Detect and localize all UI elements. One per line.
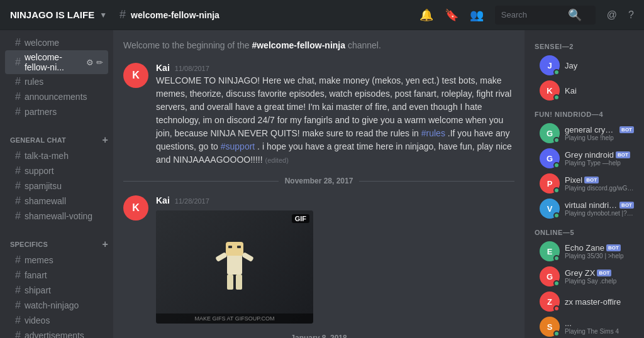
- member-item-grey-nindroid[interactable]: G Grey nindroidBOT Playing Type —help: [530, 146, 639, 171]
- edited-label: (edited): [265, 156, 289, 164]
- sidebar-item-label: welcome: [25, 38, 59, 48]
- search-bar[interactable]: 🔍: [495, 6, 596, 25]
- mention-support[interactable]: #support: [221, 141, 255, 151]
- at-icon[interactable]: @: [607, 9, 617, 21]
- svg-rect-7: [237, 246, 241, 248]
- message-content: Kai 11/08/2017 WELCOME TO NINJAGO! Here …: [156, 63, 514, 166]
- avatar: J: [540, 55, 560, 75]
- server-name[interactable]: NINJAGO IS LAIFE: [10, 9, 94, 20]
- sidebar-item-label: support: [25, 166, 54, 176]
- topbar: NINJAGO IS LAIFE ▼ # welcome-fellow-ninj…: [0, 0, 644, 30]
- sidebar-item-support[interactable]: # support: [5, 163, 108, 178]
- section-label: GENERAL CHAT: [10, 136, 66, 144]
- sidebar-item-memes[interactable]: # memes: [5, 253, 108, 268]
- hash-icon: #: [15, 270, 21, 281]
- sidebar-item-label: videos: [25, 315, 50, 325]
- member-status: Playing Type —help: [565, 160, 634, 166]
- gif-image: MAKE GIFS AT GIFSOUP.COM: [156, 210, 313, 324]
- add-channel-icon[interactable]: +: [102, 239, 108, 250]
- chat-area: Welcome to the beginning of the #welcome…: [113, 30, 525, 338]
- hash-icon: #: [15, 300, 21, 311]
- sidebar-item-spamjitsu[interactable]: # spamjitsu: [5, 178, 108, 194]
- sidebar-item-shamewall[interactable]: # shamewall: [5, 194, 108, 209]
- right-sidebar: SENSEI—2 J Jay K Kai FUN! NINDRIOD—4 G g: [525, 30, 644, 338]
- message-timestamp: 11/28/2017: [175, 197, 209, 205]
- member-item-grey-zx[interactable]: G Grey ZXBOT Playing Say .chelp: [530, 264, 639, 289]
- specifics-section: SPECIFICS + # memes # fanart # shipart #…: [0, 231, 113, 338]
- member-item-jay[interactable]: J Jay: [530, 53, 639, 78]
- bell-icon[interactable]: 🔔: [419, 8, 433, 22]
- hash-icon: #: [15, 91, 21, 102]
- add-channel-icon[interactable]: +: [102, 134, 108, 146]
- dropdown-arrow-icon[interactable]: ▼: [99, 11, 107, 19]
- member-item-virtual-nindriod[interactable]: V virtual nindriodBOT Playing dynobot.ne…: [530, 196, 639, 221]
- hash-icon: #: [15, 106, 21, 117]
- member-item-sims-user[interactable]: S ... Playing The Sims 4: [530, 314, 639, 338]
- sidebar-item-shamewall-voting[interactable]: # shamewall-voting: [5, 209, 108, 224]
- status-dot-online: [553, 212, 560, 219]
- member-item-red-user[interactable]: Z zx master-offire: [530, 289, 639, 314]
- help-icon[interactable]: ?: [628, 9, 634, 21]
- sidebar-item-label: memes: [25, 255, 53, 265]
- hash-icon: #: [15, 330, 21, 338]
- sidebar-item-label: advertisements: [25, 330, 84, 338]
- message-group: K Kai 11/08/2017 WELCOME TO NINJAGO! Her…: [123, 63, 514, 166]
- avatar: P: [540, 173, 560, 194]
- bot-badge: BOT: [619, 126, 634, 133]
- member-item-echo-zane[interactable]: E Echo ZaneBOT Playing 35/30 | >help: [530, 239, 639, 264]
- member-info: Echo ZaneBOT Playing 35/30 | >help: [565, 243, 634, 259]
- channel-icons: ⚙ ✏: [86, 58, 103, 67]
- sidebar-item-watch-ninjago[interactable]: # watch-ninjago: [5, 298, 108, 313]
- topbar-icons: 🔔 🔖 👥 🔍 @ ?: [419, 6, 634, 25]
- sidebar-item-label: talk-ta-meh: [25, 151, 69, 161]
- member-item-kai[interactable]: K Kai: [530, 78, 639, 103]
- mention-rules[interactable]: #rules: [421, 128, 445, 138]
- member-section-header-sensei: SENSEI—2: [525, 35, 644, 53]
- sidebar-item-videos[interactable]: # videos: [5, 313, 108, 328]
- member-item-pixel[interactable]: P PixelBOT Playing discord.gg/wGregW...: [530, 171, 639, 196]
- specifics-header[interactable]: SPECIFICS +: [0, 236, 113, 253]
- member-info: ... Playing The Sims 4: [565, 319, 634, 335]
- hash-icon: #: [15, 315, 21, 326]
- sidebar-item-welcome[interactable]: # welcome: [5, 35, 108, 50]
- bot-badge: BOT: [616, 151, 630, 158]
- hash-icon: #: [15, 210, 21, 222]
- main-layout: # welcome # welcome-fellow-ni... ⚙ ✏ # r…: [0, 30, 644, 338]
- date-divider: November 28, 2017: [123, 177, 514, 185]
- avatar: S: [540, 317, 560, 337]
- hash-icon: #: [15, 254, 21, 266]
- sidebar-item-shipart[interactable]: # shipart: [5, 283, 108, 298]
- member-status: Playing Say .chelp: [565, 278, 634, 285]
- sidebar-item-partners[interactable]: # partners: [5, 104, 108, 119]
- members-icon[interactable]: 👥: [470, 8, 484, 22]
- sidebar-item-advertisements[interactable]: # advertisements: [5, 328, 108, 338]
- member-item-cryptor[interactable]: G general cryptorBOT Playing Use !help: [530, 121, 639, 146]
- general-chat-section: GENERAL CHAT + # talk-ta-meh # support #…: [0, 127, 113, 226]
- sidebar-item-talk[interactable]: # talk-ta-meh: [5, 148, 108, 163]
- sidebar-item-label: shamewall: [25, 196, 66, 206]
- bookmark-icon[interactable]: 🔖: [445, 8, 458, 22]
- chat-messages: Welcome to the beginning of the #welcome…: [113, 30, 525, 338]
- sidebar-item-fanart[interactable]: # fanart: [5, 268, 108, 283]
- member-name: zx master-offire: [565, 297, 621, 307]
- message-author: Kai: [156, 195, 170, 205]
- hash-icon: #: [15, 37, 21, 48]
- search-input[interactable]: [501, 10, 564, 19]
- member-section-header-fun: FUN! NINDRIOD—4: [525, 103, 644, 121]
- sidebar-item-label: welcome-fellow-ni...: [25, 52, 82, 72]
- hash-icon: #: [15, 165, 21, 177]
- edit-icon[interactable]: ✏: [96, 58, 103, 67]
- member-name: Kai: [565, 86, 577, 95]
- gif-footer: MAKE GIFS AT GIFSOUP.COM: [156, 313, 313, 324]
- avatar: G: [540, 266, 560, 286]
- member-name: Echo Zane: [565, 243, 604, 253]
- welcome-text-1: Welcome to the beginning of the: [123, 40, 252, 50]
- general-chat-header[interactable]: GENERAL CHAT +: [0, 132, 113, 148]
- sidebar-item-welcome-fellow[interactable]: # welcome-fellow-ni... ⚙ ✏: [5, 50, 108, 74]
- sidebar-item-rules[interactable]: # rules: [5, 74, 108, 89]
- member-status: Playing The Sims 4: [565, 328, 634, 335]
- settings-icon[interactable]: ⚙: [86, 58, 94, 67]
- sidebar-item-announcements[interactable]: # announcements: [5, 89, 108, 104]
- member-name: Grey ZX: [565, 268, 595, 278]
- svg-rect-0: [227, 254, 242, 275]
